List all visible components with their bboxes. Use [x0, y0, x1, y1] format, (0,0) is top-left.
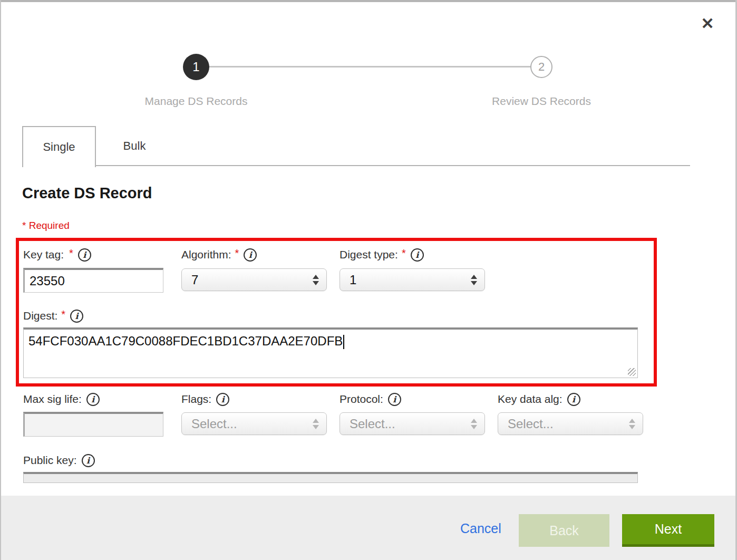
info-icon[interactable]: i	[86, 393, 100, 406]
public-key-label: Public key: i	[23, 452, 95, 468]
cancel-link[interactable]: Cancel	[460, 521, 501, 536]
required-asterisk: *	[69, 247, 73, 259]
digest-type-select-value: 1	[350, 273, 356, 287]
key-data-alg-label-text: Key data alg:	[498, 393, 563, 405]
select-stepper-arrows-icon	[313, 419, 319, 429]
protocol-select[interactable]: Select...	[340, 412, 485, 435]
algorithm-select-value: 7	[191, 273, 198, 287]
close-icon[interactable]: ✕	[697, 13, 718, 34]
digest-label: Digest: * i	[23, 308, 83, 324]
algorithm-select[interactable]: 7	[181, 268, 327, 291]
back-button[interactable]: Back	[519, 514, 609, 547]
digest-type-label: Digest type: * i	[340, 247, 424, 263]
max-sig-life-label: Max sig life: i	[23, 391, 100, 407]
select-stepper-arrows-icon	[471, 275, 477, 285]
select-stepper-arrows-icon	[313, 275, 319, 285]
stepper-step-1-circle: 1	[183, 54, 209, 80]
info-icon[interactable]: i	[216, 393, 229, 406]
info-icon-glyph: i	[75, 311, 79, 321]
info-icon[interactable]: i	[411, 248, 424, 262]
info-icon-glyph: i	[572, 394, 575, 404]
flags-label: Flags: i	[181, 391, 229, 407]
info-icon-glyph: i	[393, 394, 396, 404]
public-key-textarea[interactable]	[23, 472, 638, 483]
key-tag-label: Key tag: * i	[23, 247, 91, 263]
tab-single[interactable]: Single	[22, 126, 96, 167]
create-ds-record-modal: ✕ 1 2 Manage DS Records Review DS Record…	[0, 0, 737, 560]
stepper-connector-line	[196, 66, 541, 67]
stepper-step-2-label: Review DS Records	[457, 95, 626, 108]
protocol-label-text: Protocol:	[340, 393, 383, 405]
required-asterisk: *	[61, 308, 65, 321]
stepper-step-2-circle: 2	[530, 56, 552, 78]
modal-border-left	[0, 0, 1, 560]
max-sig-life-input[interactable]	[23, 412, 163, 437]
info-icon-glyph: i	[83, 250, 86, 260]
info-icon[interactable]: i	[388, 393, 401, 406]
info-icon[interactable]: i	[82, 454, 95, 467]
digest-textarea[interactable]: 54FCF030AA1C79C0088FDEC1BD1C37DAA2E70DFB	[23, 327, 638, 378]
flags-select-placeholder: Select...	[191, 417, 237, 431]
max-sig-life-label-text: Max sig life:	[23, 393, 82, 405]
algorithm-label: Algorithm: * i	[181, 247, 257, 263]
algorithm-label-text: Algorithm:	[181, 248, 231, 261]
tab-bulk[interactable]: Bulk	[96, 126, 173, 166]
select-stepper-arrows-icon	[471, 419, 477, 429]
required-asterisk: *	[402, 247, 406, 259]
key-data-alg-select[interactable]: Select...	[498, 412, 643, 435]
flags-select[interactable]: Select...	[181, 412, 327, 435]
key-tag-input[interactable]	[23, 268, 163, 293]
info-icon-glyph: i	[91, 394, 94, 404]
info-icon-glyph: i	[249, 250, 252, 260]
info-icon[interactable]: i	[70, 310, 83, 323]
digest-label-text: Digest:	[23, 310, 57, 322]
tabs-bar: Single Bulk	[22, 126, 690, 166]
page-title: Create DS Record	[22, 185, 152, 202]
digest-type-select[interactable]: 1	[340, 268, 485, 291]
info-icon[interactable]: i	[244, 248, 257, 262]
flags-label-text: Flags:	[181, 393, 211, 405]
info-icon[interactable]: i	[567, 393, 580, 406]
info-icon-glyph: i	[86, 456, 90, 466]
digest-type-label-text: Digest type:	[340, 248, 398, 261]
key-data-alg-label: Key data alg: i	[498, 391, 580, 407]
required-note: * Required	[22, 220, 70, 231]
select-stepper-arrows-icon	[629, 419, 635, 429]
key-tag-label-text: Key tag:	[23, 248, 64, 261]
info-icon[interactable]: i	[78, 248, 91, 262]
required-asterisk: *	[235, 247, 239, 259]
resize-grip-icon[interactable]	[628, 368, 636, 376]
protocol-label: Protocol: i	[340, 391, 401, 407]
public-key-label-text: Public key:	[23, 454, 77, 467]
info-icon-glyph: i	[415, 250, 419, 260]
modal-border-top	[0, 0, 737, 2]
stepper-step-1-label: Manage DS Records	[112, 95, 280, 108]
info-icon-glyph: i	[221, 394, 225, 404]
key-data-alg-select-placeholder: Select...	[508, 417, 554, 431]
text-cursor	[343, 335, 344, 349]
digest-textarea-value: 54FCF030AA1C79C0088FDEC1BD1C37DAA2E70DFB	[28, 334, 343, 348]
protocol-select-placeholder: Select...	[350, 417, 395, 431]
next-button[interactable]: Next	[622, 514, 714, 547]
